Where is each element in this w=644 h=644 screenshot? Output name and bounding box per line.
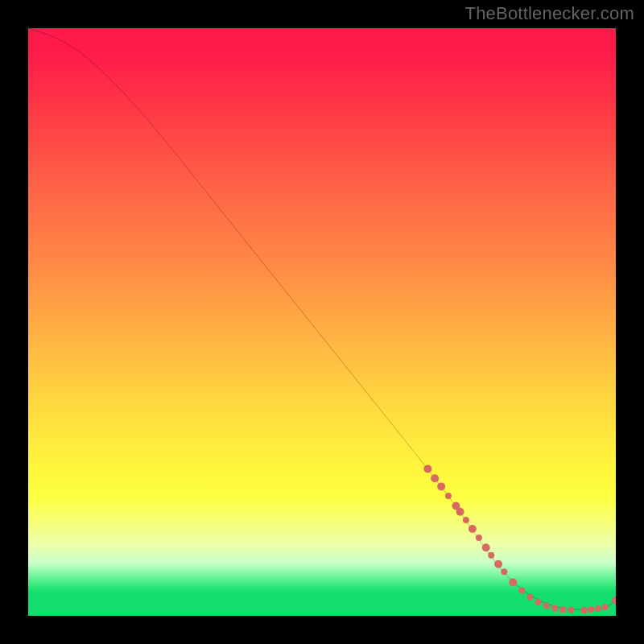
highlight-marker <box>581 607 588 613</box>
highlight-marker <box>588 606 594 613</box>
plot-area <box>28 28 616 616</box>
highlight-marker <box>518 588 525 594</box>
highlight-marker <box>595 605 601 612</box>
highlight-marker <box>602 604 609 610</box>
highlight-markers <box>423 464 616 613</box>
highlight-marker <box>456 508 464 516</box>
highlight-marker <box>445 493 452 499</box>
chart-container: TheBottlenecker.com <box>0 0 644 644</box>
highlight-marker <box>437 482 445 490</box>
highlight-marker <box>535 599 542 605</box>
attribution-text: TheBottlenecker.com <box>465 3 634 24</box>
highlight-marker <box>559 606 566 613</box>
highlight-marker <box>488 552 494 559</box>
highlight-marker <box>543 603 550 609</box>
highlight-marker <box>568 607 575 613</box>
highlight-marker <box>501 568 507 575</box>
highlight-marker <box>526 594 533 601</box>
highlight-marker <box>463 517 469 523</box>
highlight-marker <box>494 560 502 568</box>
highlight-marker <box>431 474 439 482</box>
highlight-marker <box>509 578 517 586</box>
highlight-marker <box>476 535 482 541</box>
highlight-marker <box>482 543 490 551</box>
highlight-marker <box>551 605 558 612</box>
highlight-marker <box>469 525 477 533</box>
highlight-marker <box>423 464 431 473</box>
bottleneck-curve-line <box>28 28 616 609</box>
curve-overlay <box>28 28 616 616</box>
